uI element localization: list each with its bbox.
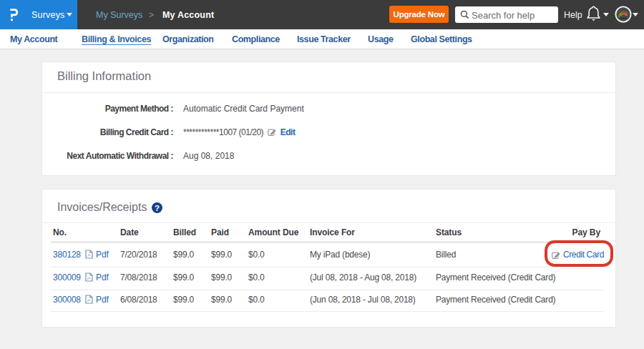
svg-text:?: ? bbox=[155, 204, 160, 212]
